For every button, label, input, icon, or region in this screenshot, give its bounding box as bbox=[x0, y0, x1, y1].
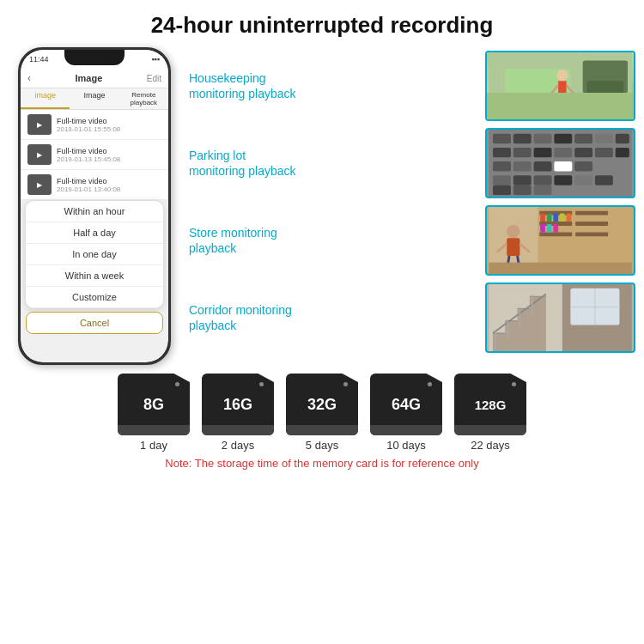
sd-card-item-2: 32G 5 days bbox=[286, 374, 358, 452]
tab-image2[interactable]: Image bbox=[70, 88, 118, 109]
video-info-3: Full-time video 2019-01-01 13:40:08 bbox=[57, 177, 161, 193]
sd-dot-2 bbox=[343, 382, 348, 386]
svg-point-57 bbox=[507, 225, 519, 238]
phone-dropdown: Within an hour Half a day In one day Wit… bbox=[26, 200, 163, 308]
phone-header-title: Image bbox=[75, 73, 102, 83]
dropdown-item-1[interactable]: Half a day bbox=[26, 222, 163, 244]
page-container: 24-hour uninterrupted recording 11:44 ▪▪… bbox=[0, 0, 644, 644]
phone-header: ‹ Image Edit bbox=[21, 69, 168, 88]
svg-line-10 bbox=[565, 95, 568, 105]
tab-image[interactable]: image bbox=[21, 88, 70, 109]
dropdown-item-4[interactable]: Customize bbox=[26, 287, 163, 308]
svg-rect-29 bbox=[534, 161, 552, 171]
video-date-1: 2019-01-01 15:55:08 bbox=[57, 125, 161, 133]
svg-rect-22 bbox=[534, 148, 552, 157]
phone-screen: 11:44 ▪▪▪ ‹ Image Edit image Image Remot… bbox=[21, 50, 168, 362]
svg-rect-30 bbox=[554, 161, 572, 171]
sd-cards-row: 8G 1 day 16G 2 days 32G 5 days bbox=[118, 374, 526, 452]
sd-size-1: 16G bbox=[223, 396, 252, 414]
phone-icons: ▪▪▪ bbox=[151, 55, 160, 64]
sd-card-3: 64G bbox=[370, 374, 442, 435]
svg-rect-47 bbox=[575, 222, 608, 226]
svg-rect-53 bbox=[567, 214, 572, 222]
dropdown-item-2[interactable]: In one day bbox=[26, 244, 163, 265]
monitoring-row-2: Store monitoring playback bbox=[189, 205, 635, 276]
svg-rect-46 bbox=[575, 211, 608, 216]
svg-rect-52 bbox=[560, 214, 565, 222]
svg-rect-27 bbox=[493, 161, 511, 171]
svg-rect-36 bbox=[574, 175, 592, 185]
sd-card-0: 8G bbox=[118, 374, 190, 435]
svg-rect-18 bbox=[595, 134, 613, 143]
monitoring-image-1 bbox=[485, 128, 635, 198]
monitoring-image-2 bbox=[485, 205, 635, 276]
monitoring-image-3 bbox=[485, 283, 635, 353]
sd-label-4: 22 days bbox=[471, 439, 510, 452]
video-date-2: 2019-01-13 15:45:08 bbox=[57, 155, 161, 163]
main-content: 11:44 ▪▪▪ ‹ Image Edit image Image Remot… bbox=[0, 47, 644, 365]
svg-rect-26 bbox=[616, 148, 629, 157]
svg-rect-4 bbox=[586, 81, 623, 93]
svg-rect-37 bbox=[595, 175, 613, 185]
sd-size-0: 8G bbox=[143, 396, 164, 414]
svg-rect-20 bbox=[493, 148, 511, 157]
dropdown-item-0[interactable]: Within an hour bbox=[26, 201, 163, 222]
sd-label-2: 5 days bbox=[306, 439, 338, 452]
sd-card-item-1: 16G 2 days bbox=[202, 374, 274, 452]
storage-note: Note: The storage time of the memory car… bbox=[148, 457, 495, 470]
svg-rect-25 bbox=[595, 148, 613, 157]
page-title: 24-hour uninterrupted recording bbox=[0, 0, 644, 47]
svg-rect-14 bbox=[513, 134, 532, 143]
video-thumb-2 bbox=[27, 144, 52, 165]
video-title-2: Full-time video bbox=[57, 147, 161, 155]
phone-video-list: Full-time video 2019-01-01 15:55:08 Full… bbox=[21, 110, 168, 200]
video-info-1: Full-time video 2019-01-01 15:55:08 bbox=[57, 117, 161, 133]
svg-rect-50 bbox=[547, 214, 552, 222]
monitoring-label-1: Parking lot monitoring playback bbox=[189, 148, 478, 179]
monitoring-image-0 bbox=[485, 51, 635, 121]
sd-size-2: 32G bbox=[307, 396, 337, 414]
sd-size-3: 64G bbox=[392, 396, 421, 414]
sd-card-4: 128G bbox=[454, 374, 526, 435]
svg-rect-23 bbox=[554, 148, 572, 157]
dropdown-cancel[interactable]: Cancel bbox=[26, 312, 163, 334]
video-item-1: Full-time video 2019-01-01 15:55:08 bbox=[21, 110, 168, 140]
phone-tabs: image Image Remote playback bbox=[21, 88, 168, 110]
svg-rect-6 bbox=[558, 81, 567, 95]
video-item-3: Full-time video 2019-01-01 13:40:08 bbox=[21, 170, 168, 200]
sd-label-3: 10 days bbox=[386, 439, 426, 452]
svg-rect-31 bbox=[574, 161, 592, 171]
svg-rect-13 bbox=[493, 134, 511, 143]
tab-remote[interactable]: Remote playback bbox=[119, 88, 168, 109]
sd-dot-3 bbox=[428, 382, 432, 386]
phone-header-edit[interactable]: Edit bbox=[147, 74, 161, 83]
phone-notch bbox=[64, 50, 125, 65]
monitoring-row-3: Corridor monitoring playback bbox=[189, 283, 635, 353]
phone-container: 11:44 ▪▪▪ ‹ Image Edit image Image Remot… bbox=[9, 47, 180, 365]
sd-label-0: 1 day bbox=[140, 439, 167, 452]
housekeeping-photo bbox=[487, 52, 634, 119]
sd-size-4: 128G bbox=[475, 398, 507, 412]
video-title-1: Full-time video bbox=[57, 117, 161, 125]
video-item-2: Full-time video 2019-01-13 15:45:08 bbox=[21, 140, 168, 170]
monitoring-row-1: Parking lot monitoring playback bbox=[189, 128, 635, 198]
svg-rect-54 bbox=[540, 224, 545, 233]
svg-rect-39 bbox=[513, 185, 532, 195]
monitoring-label-0: Housekeeping monitoring playback bbox=[189, 70, 478, 101]
sd-section: 8G 1 day 16G 2 days 32G 5 days bbox=[0, 365, 644, 473]
svg-rect-19 bbox=[616, 134, 629, 143]
monitoring-label-2: Store monitoring playback bbox=[189, 225, 478, 256]
svg-rect-28 bbox=[513, 161, 532, 171]
svg-rect-45 bbox=[539, 232, 572, 236]
dropdown-item-3[interactable]: Within a week bbox=[26, 265, 163, 287]
svg-rect-16 bbox=[554, 134, 572, 143]
svg-rect-33 bbox=[513, 175, 532, 185]
monitoring-label-3: Corridor monitoring playback bbox=[189, 302, 478, 333]
svg-rect-49 bbox=[540, 214, 545, 222]
phone-back-icon[interactable]: ‹ bbox=[27, 72, 31, 84]
sd-card-1: 16G bbox=[202, 374, 274, 435]
sd-card-2: 32G bbox=[286, 374, 358, 435]
svg-rect-40 bbox=[534, 185, 552, 195]
svg-rect-48 bbox=[575, 232, 608, 236]
svg-rect-35 bbox=[554, 175, 572, 185]
